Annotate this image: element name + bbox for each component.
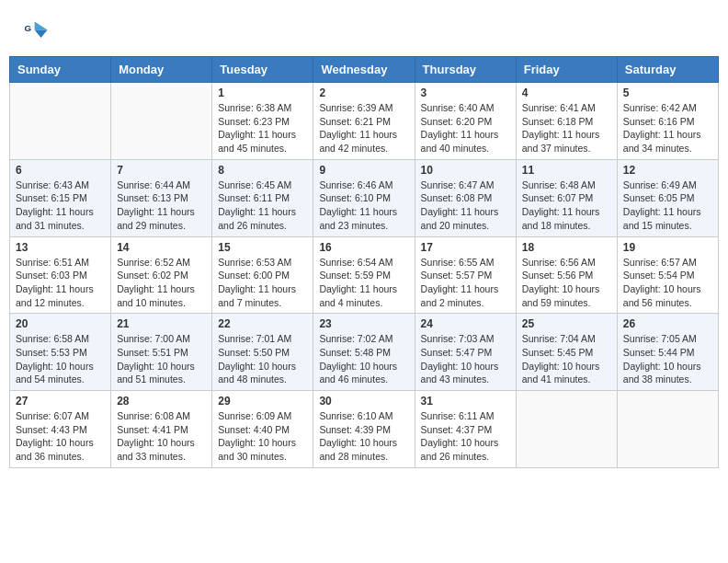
calendar-cell: 26Sunrise: 7:05 AMSunset: 5:44 PMDayligh… [617,314,718,391]
calendar-cell: 14Sunrise: 6:52 AMSunset: 6:02 PMDayligh… [111,236,212,314]
day-number: 31 [421,395,510,408]
day-number: 24 [421,317,510,330]
day-number: 7 [117,164,206,177]
logo: G [23,18,51,44]
day-number: 3 [421,86,510,99]
day-number: 29 [218,395,307,408]
calendar-cell: 24Sunrise: 7:03 AMSunset: 5:47 PMDayligh… [415,314,516,391]
day-number: 4 [522,86,611,99]
calendar-cell [10,83,111,160]
day-info: Sunrise: 7:00 AMSunset: 5:51 PMDaylight:… [117,332,206,386]
day-info: Sunrise: 6:58 AMSunset: 5:53 PMDaylight:… [16,332,105,386]
day-number: 9 [319,164,408,177]
day-number: 17 [421,241,510,254]
logo-icon: G [23,18,49,44]
day-number: 10 [421,164,510,177]
day-info: Sunrise: 6:10 AMSunset: 4:39 PMDaylight:… [319,409,408,464]
day-info: Sunrise: 7:04 AMSunset: 5:45 PMDaylight:… [522,332,611,386]
calendar-cell: 10Sunrise: 6:47 AMSunset: 6:08 PMDayligh… [415,159,516,236]
day-number: 25 [522,317,611,330]
day-number: 19 [623,241,712,254]
calendar-header-wednesday: Wednesday [313,57,415,83]
calendar-cell: 21Sunrise: 7:00 AMSunset: 5:51 PMDayligh… [111,314,212,391]
calendar-cell: 6Sunrise: 6:43 AMSunset: 6:15 PMDaylight… [10,159,111,236]
day-number: 20 [16,317,105,330]
calendar-week-3: 13Sunrise: 6:51 AMSunset: 6:03 PMDayligh… [10,236,719,314]
day-info: Sunrise: 6:43 AMSunset: 6:15 PMDaylight:… [16,178,105,233]
day-number: 30 [319,395,408,408]
day-info: Sunrise: 7:03 AMSunset: 5:47 PMDaylight:… [421,332,510,386]
day-number: 21 [117,317,206,330]
day-info: Sunrise: 6:51 AMSunset: 6:03 PMDaylight:… [16,256,105,310]
calendar-cell: 15Sunrise: 6:53 AMSunset: 6:00 PMDayligh… [212,236,313,314]
day-number: 6 [16,164,105,177]
day-number: 14 [117,241,206,254]
day-number: 12 [623,164,712,177]
day-info: Sunrise: 6:40 AMSunset: 6:20 PMDaylight:… [421,101,510,155]
day-info: Sunrise: 6:41 AMSunset: 6:18 PMDaylight:… [522,101,611,155]
calendar-cell: 20Sunrise: 6:58 AMSunset: 5:53 PMDayligh… [10,314,111,391]
calendar-week-4: 20Sunrise: 6:58 AMSunset: 5:53 PMDayligh… [10,314,719,391]
calendar-cell: 16Sunrise: 6:54 AMSunset: 5:59 PMDayligh… [313,236,415,314]
day-info: Sunrise: 6:42 AMSunset: 6:16 PMDaylight:… [623,101,712,155]
calendar-cell: 23Sunrise: 7:02 AMSunset: 5:48 PMDayligh… [313,314,415,391]
day-number: 22 [218,317,307,330]
day-info: Sunrise: 6:11 AMSunset: 4:37 PMDaylight:… [421,409,510,464]
calendar-table: SundayMondayTuesdayWednesdayThursdayFrid… [9,56,719,468]
calendar-cell: 17Sunrise: 6:55 AMSunset: 5:57 PMDayligh… [415,236,516,314]
day-number: 23 [319,317,408,330]
day-number: 8 [218,164,307,177]
calendar-cell: 13Sunrise: 6:51 AMSunset: 6:03 PMDayligh… [10,236,111,314]
day-number: 15 [218,241,307,254]
day-info: Sunrise: 6:38 AMSunset: 6:23 PMDaylight:… [218,101,307,155]
day-info: Sunrise: 6:39 AMSunset: 6:21 PMDaylight:… [319,101,408,155]
day-number: 28 [117,395,206,408]
calendar-cell: 19Sunrise: 6:57 AMSunset: 5:54 PMDayligh… [617,236,718,314]
calendar-cell: 2Sunrise: 6:39 AMSunset: 6:21 PMDaylight… [313,83,415,160]
calendar-week-1: 1Sunrise: 6:38 AMSunset: 6:23 PMDaylight… [10,83,719,160]
day-info: Sunrise: 6:46 AMSunset: 6:10 PMDaylight:… [319,178,408,233]
calendar-cell: 27Sunrise: 6:07 AMSunset: 4:43 PMDayligh… [10,391,111,468]
day-number: 11 [522,164,611,177]
day-number: 5 [623,86,712,99]
calendar-header-thursday: Thursday [415,57,516,83]
day-info: Sunrise: 6:44 AMSunset: 6:13 PMDaylight:… [117,178,206,233]
day-info: Sunrise: 6:48 AMSunset: 6:07 PMDaylight:… [522,178,611,233]
calendar-header-sunday: Sunday [10,57,111,83]
calendar-cell: 9Sunrise: 6:46 AMSunset: 6:10 PMDaylight… [313,159,415,236]
calendar-cell: 8Sunrise: 6:45 AMSunset: 6:11 PMDaylight… [212,159,313,236]
day-info: Sunrise: 7:01 AMSunset: 5:50 PMDaylight:… [218,332,307,386]
calendar-cell: 12Sunrise: 6:49 AMSunset: 6:05 PMDayligh… [617,159,718,236]
day-info: Sunrise: 6:45 AMSunset: 6:11 PMDaylight:… [218,178,307,233]
day-number: 13 [16,241,105,254]
calendar-cell: 7Sunrise: 6:44 AMSunset: 6:13 PMDaylight… [111,159,212,236]
day-number: 27 [16,395,105,408]
day-number: 18 [522,241,611,254]
day-info: Sunrise: 7:05 AMSunset: 5:44 PMDaylight:… [623,332,712,386]
day-info: Sunrise: 6:55 AMSunset: 5:57 PMDaylight:… [421,256,510,310]
calendar-cell [516,391,617,468]
day-info: Sunrise: 6:49 AMSunset: 6:05 PMDaylight:… [623,178,712,233]
calendar-week-5: 27Sunrise: 6:07 AMSunset: 4:43 PMDayligh… [10,391,719,468]
day-info: Sunrise: 7:02 AMSunset: 5:48 PMDaylight:… [319,332,408,386]
day-info: Sunrise: 6:54 AMSunset: 5:59 PMDaylight:… [319,256,408,310]
calendar-cell [111,83,212,160]
calendar-cell [617,391,718,468]
day-info: Sunrise: 6:09 AMSunset: 4:40 PMDaylight:… [218,409,307,464]
day-number: 2 [319,86,408,99]
day-info: Sunrise: 6:47 AMSunset: 6:08 PMDaylight:… [421,178,510,233]
calendar-cell: 11Sunrise: 6:48 AMSunset: 6:07 PMDayligh… [516,159,617,236]
day-info: Sunrise: 6:57 AMSunset: 5:54 PMDaylight:… [623,256,712,310]
calendar-cell: 29Sunrise: 6:09 AMSunset: 4:40 PMDayligh… [212,391,313,468]
calendar-cell: 5Sunrise: 6:42 AMSunset: 6:16 PMDaylight… [617,83,718,160]
day-info: Sunrise: 6:53 AMSunset: 6:00 PMDaylight:… [218,256,307,310]
calendar-cell: 31Sunrise: 6:11 AMSunset: 4:37 PMDayligh… [415,391,516,468]
day-number: 26 [623,317,712,330]
calendar-cell: 1Sunrise: 6:38 AMSunset: 6:23 PMDaylight… [212,83,313,160]
day-number: 16 [319,241,408,254]
day-info: Sunrise: 6:52 AMSunset: 6:02 PMDaylight:… [117,256,206,310]
page-header: G [9,9,719,49]
day-info: Sunrise: 6:56 AMSunset: 5:56 PMDaylight:… [522,256,611,310]
calendar-cell: 25Sunrise: 7:04 AMSunset: 5:45 PMDayligh… [516,314,617,391]
calendar-cell: 3Sunrise: 6:40 AMSunset: 6:20 PMDaylight… [415,83,516,160]
